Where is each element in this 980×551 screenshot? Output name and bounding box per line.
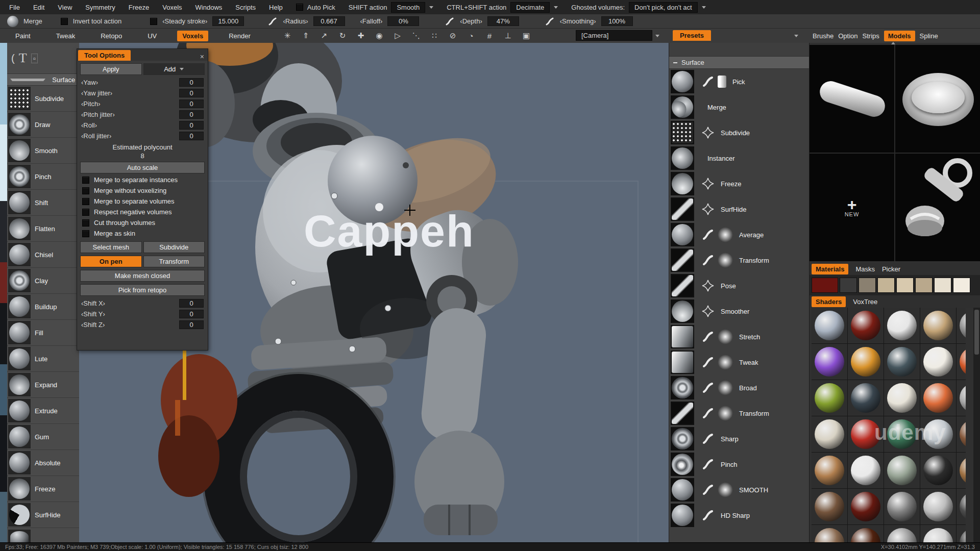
preset-item-instancer[interactable]: Instancer	[669, 145, 810, 171]
chevron-down-icon[interactable]	[554, 6, 558, 9]
shader-item[interactable]	[920, 525, 956, 542]
shader-item[interactable]	[848, 308, 884, 343]
menu-voxels[interactable]: Voxels	[162, 4, 182, 11]
sidebar-item-absolute[interactable]: Absolute	[7, 450, 79, 476]
preset-item-transform[interactable]: Transform	[669, 247, 810, 273]
shader-item[interactable]	[812, 416, 847, 452]
tab-retopo[interactable]: Retopo	[95, 31, 127, 41]
sidebar-item-freeze[interactable]: Freeze	[7, 476, 79, 502]
checkbox-box[interactable]	[82, 198, 89, 205]
checkbox-merge-to-separate-instances[interactable]: Merge to separate instances	[77, 174, 208, 185]
tab-models[interactable]: Models	[884, 31, 915, 41]
auto-pick-checkbox[interactable]	[296, 4, 303, 11]
shader-item[interactable]	[848, 344, 884, 380]
preset-item-hd-sharp[interactable]: HD Sharp	[669, 503, 810, 528]
preset-item-tweak[interactable]: Tweak	[669, 349, 810, 375]
sidebar-item-buildup[interactable]: Buildup	[7, 294, 79, 320]
preset-item-smooth[interactable]: SMOOTH	[669, 477, 810, 503]
shift-field-value[interactable]: 0	[179, 310, 204, 318]
menu-view[interactable]: View	[58, 4, 72, 11]
smoothing-value[interactable]: 100%	[601, 16, 633, 26]
zoom-icon[interactable]: ◉	[374, 31, 385, 40]
scrollbar[interactable]	[973, 308, 980, 542]
preset-item-freeze[interactable]: Freeze	[669, 171, 810, 196]
tool-options-header[interactable]: Tool Options ×	[77, 49, 208, 61]
material-swatch[interactable]	[915, 278, 933, 293]
checkbox-box[interactable]	[82, 230, 89, 237]
grid-icon[interactable]: #	[484, 32, 495, 40]
sidebar-item-gum[interactable]: Gum	[7, 424, 79, 450]
select-mesh-button[interactable]: Select mesh	[80, 241, 142, 253]
maximize-view-icon[interactable]: ▣	[521, 31, 532, 40]
checkbox-box[interactable]	[82, 209, 89, 216]
shader-item[interactable]	[920, 489, 956, 524]
sidebar-item-subdivide[interactable]: Subdivide	[7, 86, 79, 112]
shader-item[interactable]	[884, 525, 920, 542]
chevron-down-icon[interactable]	[794, 35, 798, 37]
preset-item-pinch[interactable]: Pinch	[669, 452, 810, 477]
falloff-value[interactable]: 0%	[387, 16, 419, 26]
add-select[interactable]: Add	[143, 63, 205, 75]
tab-brushe[interactable]: Brushe	[813, 32, 834, 40]
checkbox-box[interactable]	[82, 187, 89, 194]
preset-item-broad[interactable]: Broad	[669, 375, 810, 400]
transform-button[interactable]: Transform	[143, 256, 205, 267]
sidebar-item-draw[interactable]: Draw	[7, 112, 79, 138]
sidebar-item-lute[interactable]: Lute	[7, 346, 79, 372]
material-swatch[interactable]	[934, 278, 951, 293]
material-swatch[interactable]	[812, 278, 838, 293]
sidebar-item-chisel[interactable]: Chisel	[7, 242, 79, 268]
presets-surface-header[interactable]: Surface	[669, 56, 810, 69]
camera-select[interactable]: [Camera]	[576, 30, 652, 41]
tab-materials[interactable]: Materials	[812, 264, 848, 274]
checkbox-merge-without-voxelizing[interactable]: Merge without voxelizing	[77, 185, 208, 196]
tab-strips[interactable]: Strips	[863, 32, 879, 40]
shader-item[interactable]	[920, 380, 956, 416]
jitter-field-value[interactable]: 0	[179, 99, 204, 108]
invert-tool-checkbox[interactable]	[61, 18, 68, 25]
menu-symmetry[interactable]: Symmetry	[85, 4, 115, 11]
preset-item-surfhide[interactable]: SurfHide	[669, 196, 810, 222]
material-swatch[interactable]	[953, 278, 970, 293]
close-icon[interactable]: ×	[197, 53, 208, 61]
shader-item[interactable]	[812, 380, 847, 416]
tab-render[interactable]: Render	[224, 31, 256, 41]
jitter-field-value[interactable]: 0	[179, 132, 204, 140]
pen-up-icon[interactable]: ⇑	[300, 31, 311, 40]
model-item-zipper[interactable]	[895, 154, 980, 261]
make-mesh-closed-button[interactable]: Make mesh closed	[80, 270, 205, 282]
model-item-disc[interactable]	[895, 45, 980, 153]
material-swatch[interactable]	[840, 278, 857, 293]
shader-item[interactable]	[812, 344, 847, 380]
preset-item-merge[interactable]: Merge	[669, 94, 810, 120]
preset-item-stretch[interactable]: Stretch	[669, 324, 810, 349]
sidebar-surface-header[interactable]: Surface	[7, 73, 79, 86]
add-new-model-button[interactable]: + NEW	[810, 154, 894, 261]
disable-snap-icon[interactable]: ⊘	[447, 31, 458, 40]
jitter-field-value[interactable]: 0	[179, 110, 204, 119]
material-swatch[interactable]	[896, 278, 914, 293]
material-swatch[interactable]	[859, 278, 876, 293]
shader-item[interactable]	[812, 489, 847, 524]
shader-item[interactable]	[920, 453, 956, 488]
panel-collapse-icon[interactable]	[891, 42, 895, 44]
preset-item-sharp[interactable]: Sharp	[669, 426, 810, 452]
shader-item[interactable]	[884, 453, 920, 488]
shader-item[interactable]	[848, 453, 884, 488]
preset-item-transform[interactable]: Transform	[669, 400, 810, 426]
tab-spline[interactable]: Spline	[920, 32, 938, 40]
menu-freeze[interactable]: Freeze	[129, 4, 149, 11]
angle-snap-icon[interactable]: ◔	[465, 32, 477, 40]
tab-option[interactable]: Option	[838, 32, 857, 40]
rotate-view-icon[interactable]: ↻	[337, 31, 348, 40]
steady-stroke-value[interactable]: 15.000	[212, 16, 244, 26]
shader-item[interactable]	[884, 308, 920, 343]
checkbox-cut-through-volumes[interactable]: Cut through volumes	[77, 217, 208, 228]
material-swatch[interactable]	[877, 278, 895, 293]
shift-action-select[interactable]: Smooth	[391, 2, 425, 13]
shader-item[interactable]	[957, 489, 966, 524]
scale-arrow-icon[interactable]: ↗	[318, 31, 330, 40]
tab-picker[interactable]: Picker	[882, 265, 900, 273]
jitter-field-value[interactable]: 0	[179, 121, 204, 130]
shader-item[interactable]	[884, 380, 920, 416]
